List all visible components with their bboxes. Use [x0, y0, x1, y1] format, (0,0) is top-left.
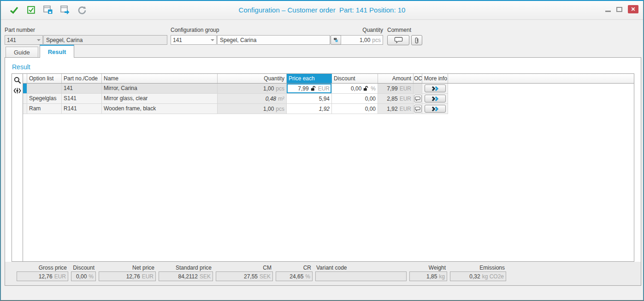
cell-more-info — [422, 84, 448, 94]
svg-text:A: A — [336, 40, 337, 42]
row-indicator[interactable] — [23, 104, 27, 114]
close-button[interactable]: ✕ — [628, 5, 638, 13]
result-panel: Result Option list Part no./Code Name Qu… — [5, 57, 641, 286]
table-row: Spegelglas S141 Mirror glass, clear 0,48… — [23, 94, 634, 104]
cell-part-no[interactable]: R141 — [62, 104, 102, 114]
cell-name[interactable]: Wooden frame, black — [102, 104, 218, 114]
col-header-part-no[interactable]: Part no./Code — [62, 74, 102, 83]
operation-comment-button[interactable] — [414, 105, 422, 113]
translate-icon: ? A — [334, 36, 338, 43]
quantity-label: Quantity — [341, 27, 383, 33]
configuration-group-name-field[interactable]: Spegel, Carina — [217, 35, 330, 45]
part-number-group: Part number 141 Spegel, Carina — [5, 27, 167, 45]
unlock-icon — [363, 86, 369, 91]
col-header-option-list[interactable]: Option list — [27, 74, 62, 83]
cell-option-list[interactable]: Ram — [27, 104, 62, 114]
cell-option-list[interactable]: Spegelglas — [27, 94, 62, 104]
comment-button[interactable] — [387, 35, 409, 45]
cell-oc — [414, 104, 422, 114]
variant-code-field: Variant code — [315, 264, 407, 285]
row-selected-indicator[interactable] — [23, 84, 27, 94]
cell-quantity[interactable]: 0,48 m² — [218, 94, 287, 104]
cell-amount[interactable]: 7,99 EUR — [378, 84, 414, 94]
part-name-field[interactable]: Spegel, Carina — [43, 35, 167, 45]
double-chevron-icon — [431, 86, 439, 91]
cell-part-no[interactable]: 141 — [62, 84, 102, 94]
column-width-icon[interactable] — [13, 88, 21, 94]
chevron-down-icon — [37, 39, 41, 43]
cell-price-each[interactable]: 1,92 — [287, 104, 332, 114]
col-header-amount[interactable]: Amount — [378, 74, 414, 83]
quantity-field[interactable]: 1,00 pcs — [341, 35, 383, 45]
cell-price-each-focused[interactable]: 7,99 EUR — [287, 84, 332, 94]
col-header-more-info[interactable]: More info — [422, 74, 448, 83]
table-row: 141 Mirror, Carina 1,00 pcs 7,99 EUR 0,0… — [23, 84, 634, 94]
double-chevron-icon — [431, 96, 439, 101]
attachment-button[interactable] — [411, 35, 422, 45]
double-chevron-icon — [431, 107, 439, 111]
tab-result[interactable]: Result — [40, 45, 75, 58]
discount-field: Discount 0,00% — [71, 264, 96, 285]
col-header-filler — [448, 74, 634, 83]
summary-bar: Gross price 12,76EUR Discount 0,00% Net … — [5, 262, 641, 285]
cell-option-list[interactable] — [27, 84, 62, 94]
speech-bubble-icon — [415, 107, 420, 111]
configuration-window: Configuration – Customer order Part: 141… — [0, 0, 644, 301]
cell-part-no[interactable]: S141 — [62, 94, 102, 104]
minimize-button[interactable] — [605, 11, 611, 12]
net-price-field: Net price 12,76EUR — [99, 264, 156, 285]
cell-more-info — [422, 94, 448, 104]
weight-field: Weight 1,85kg — [409, 264, 447, 285]
cell-price-each[interactable]: 5,94 — [287, 94, 332, 104]
cr-field: CR 24,65% — [276, 264, 313, 285]
configuration-group-label: Configuration group — [171, 27, 341, 33]
cell-quantity[interactable]: 1,00 pcs — [218, 104, 287, 114]
paperclip-icon — [414, 36, 419, 44]
configuration-group-combo[interactable]: 141 — [171, 35, 217, 45]
grid-table: Option list Part no./Code Name Quantity … — [23, 74, 634, 261]
maximize-button[interactable] — [616, 7, 622, 12]
operation-comment-button[interactable] — [414, 95, 422, 102]
part-number-label: Part number — [5, 27, 167, 33]
cell-oc — [414, 94, 422, 104]
cell-more-info — [422, 104, 448, 114]
col-header-quantity[interactable]: Quantity — [218, 74, 287, 83]
titlebar: Configuration – Customer order Part: 141… — [1, 1, 643, 20]
speech-bubble-icon — [415, 96, 420, 101]
window-controls: ✕ — [605, 5, 638, 13]
cell-amount[interactable]: 1,92 EUR — [378, 104, 414, 114]
cell-discount[interactable]: 0,00 — [332, 94, 378, 104]
table-row: Ram R141 Wooden frame, black 1,00 pcs 1,… — [23, 104, 634, 114]
col-header-price-each[interactable]: Price each — [287, 74, 332, 83]
row-indicator[interactable] — [23, 94, 27, 104]
comment-label: Comment — [387, 27, 422, 33]
window-title: Configuration – Customer order Part: 141… — [1, 6, 643, 14]
cell-name[interactable]: Mirror glass, clear — [102, 94, 218, 104]
cell-name[interactable]: Mirror, Carina — [102, 84, 218, 94]
emissions-field: Emissions 0,32kg CO2e — [450, 264, 506, 285]
col-header-oc[interactable]: OC — [414, 74, 422, 83]
cell-discount[interactable]: 0,00 — [332, 104, 378, 114]
col-header-name[interactable]: Name — [102, 74, 218, 83]
unlock-icon — [311, 86, 316, 91]
tab-bar: Guide Result — [6, 45, 74, 58]
cell-quantity[interactable]: 1,00 pcs — [218, 84, 287, 94]
quantity-group: Quantity 1,00 pcs — [341, 27, 383, 45]
col-header-discount[interactable]: Discount — [332, 74, 378, 83]
part-number-combo[interactable]: 141 — [5, 35, 43, 45]
cell-amount[interactable]: 2,85 EUR — [378, 94, 414, 104]
search-icon[interactable] — [14, 77, 21, 84]
grid-header-row: Option list Part no./Code Name Quantity … — [23, 74, 634, 84]
cm-field: CM 27,55SEK — [216, 264, 273, 285]
chevron-down-icon — [211, 39, 214, 43]
more-info-button[interactable] — [425, 105, 446, 113]
tab-guide[interactable]: Guide — [6, 47, 38, 58]
cell-discount[interactable]: 0,00 % — [332, 84, 378, 94]
result-grid: Option list Part no./Code Name Quantity … — [12, 73, 634, 262]
more-info-button[interactable] — [425, 95, 446, 102]
result-section-title: Result — [12, 63, 30, 71]
translate-button[interactable]: ? A — [331, 35, 341, 45]
more-info-button[interactable] — [425, 84, 446, 92]
comment-group: Comment — [387, 27, 422, 45]
cell-oc — [414, 84, 422, 94]
